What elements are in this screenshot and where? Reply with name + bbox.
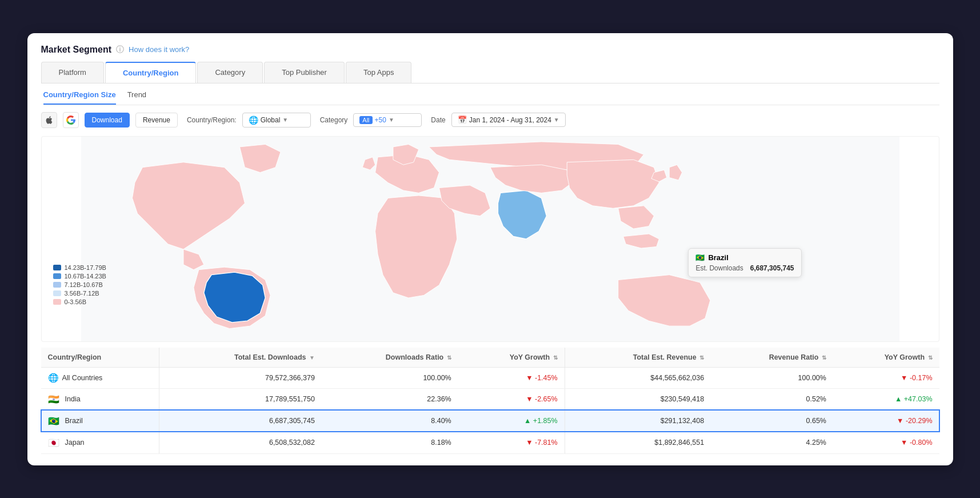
yoy-growth-rev-cell: ▼ -0.80% <box>833 432 939 453</box>
country-flag: 🇧🇷 <box>48 416 59 427</box>
sub-tab-trend[interactable]: Trend <box>127 90 146 105</box>
col-revenue-ratio[interactable]: Revenue Ratio ⇅ <box>711 348 833 368</box>
card-header: Market Segment ⓘ How does it work? <box>41 45 939 55</box>
col-total-downloads[interactable]: Total Est. Downloads ▼ <box>159 348 322 368</box>
sort-rev-ratio-icon: ⇅ <box>822 354 826 361</box>
country-chevron-icon: ▼ <box>282 117 288 123</box>
downloads-ratio-cell: 8.40% <box>322 410 458 432</box>
total-revenue-cell: $230,549,418 <box>565 388 711 410</box>
col-total-revenue[interactable]: Total Est. Revenue ⇅ <box>565 348 711 368</box>
map-legend: 14.23B-17.79B 10.67B-14.23B 7.12B-10.67B… <box>53 264 106 307</box>
tooltip-country-name: 🇧🇷 Brazil <box>695 253 794 262</box>
category-all-badge: All <box>359 116 372 124</box>
total-revenue-cell: $291,132,408 <box>565 410 711 432</box>
main-tabs: Platform Country/Region Category Top Pub… <box>41 62 939 83</box>
table-row[interactable]: 🇮🇳India 17,789,551,750 22.36% ▼ -2.65% $… <box>41 388 939 410</box>
sort-yoy-dl-icon: ⇅ <box>553 354 558 361</box>
google-platform-btn[interactable] <box>63 112 79 128</box>
table-header-row: Country/Region Total Est. Downloads ▼ Do… <box>41 348 939 368</box>
total-downloads-cell: 6,687,305,745 <box>159 410 322 432</box>
date-filter-label: Date <box>431 116 445 124</box>
yoy-growth-dl-cell: ▼ -1.45% <box>458 367 565 388</box>
yoy-growth-rev-cell: ▲ +47.03% <box>833 388 939 410</box>
map-tooltip: 🇧🇷 Brazil Est. Downloads 6,687,305,745 <box>688 248 801 277</box>
total-revenue-cell: $44,565,662,036 <box>565 367 711 388</box>
sort-yoy-rev-icon: ⇅ <box>928 354 933 361</box>
page-title: Market Segment <box>41 45 112 55</box>
col-downloads-ratio[interactable]: Downloads Ratio ⇅ <box>322 348 458 368</box>
download-metric-btn[interactable]: Download <box>85 113 130 128</box>
total-downloads-cell: 79,572,366,379 <box>159 367 322 388</box>
date-chevron-icon: ▼ <box>554 117 559 123</box>
sort-revenue-icon: ⇅ <box>699 354 704 361</box>
table-row[interactable]: 🌐All Countries 79,572,366,379 100.00% ▼ … <box>41 367 939 388</box>
filters-row: Download Revenue Country/Region: 🌐 Globa… <box>41 112 939 128</box>
market-segment-card: Market Segment ⓘ How does it work? Platf… <box>27 33 953 465</box>
revenue-ratio-cell: 0.65% <box>711 410 833 432</box>
col-yoy-growth-rev[interactable]: YoY Growth ⇅ <box>833 348 939 368</box>
globe-icon: 🌐 <box>48 373 59 383</box>
total-downloads-cell: 6,508,532,082 <box>159 432 322 453</box>
country-cell: 🇯🇵Japan <box>41 432 159 453</box>
category-chevron-icon: ▼ <box>389 117 394 123</box>
legend-item-2: 10.67B-14.23B <box>53 273 106 280</box>
category-filter-select[interactable]: All +50 ▼ <box>353 113 422 127</box>
total-downloads-cell: 17,789,551,750 <box>159 388 322 410</box>
legend-item-3: 7.12B-10.67B <box>53 281 106 288</box>
yoy-growth-dl-cell: ▼ -7.81% <box>458 432 565 453</box>
legend-item-4: 3.56B-7.12B <box>53 290 106 297</box>
how-does-it-work-link[interactable]: How does it work? <box>129 45 189 54</box>
country-flag: 🇮🇳 <box>48 394 59 405</box>
sort-ratio-icon: ⇅ <box>447 354 451 361</box>
country-cell: 🇮🇳India <box>41 388 159 410</box>
tab-platform[interactable]: Platform <box>41 62 104 83</box>
tab-category[interactable]: Category <box>197 62 263 83</box>
downloads-ratio-cell: 100.00% <box>322 367 458 388</box>
date-filter-select[interactable]: 📅 Jan 1, 2024 - Aug 31, 2024 ▼ <box>451 113 566 127</box>
tooltip-downloads-row: Est. Downloads 6,687,305,745 <box>695 264 794 272</box>
table-row[interactable]: 🇯🇵Japan 6,508,532,082 8.18% ▼ -7.81% $1,… <box>41 432 939 453</box>
table-row[interactable]: 🇧🇷Brazil 6,687,305,745 8.40% ▲ +1.85% $2… <box>41 410 939 432</box>
col-country: Country/Region <box>41 348 159 368</box>
tab-top-publisher[interactable]: Top Publisher <box>264 62 345 83</box>
map-container[interactable]: 14.23B-17.79B 10.67B-14.23B 7.12B-10.67B… <box>41 136 939 342</box>
info-icon[interactable]: ⓘ <box>116 45 124 55</box>
sub-tab-size[interactable]: Country/Region Size <box>43 90 116 105</box>
col-yoy-growth-dl[interactable]: YoY Growth ⇅ <box>458 348 565 368</box>
country-filter-label: Country/Region: <box>187 116 237 124</box>
data-table: Country/Region Total Est. Downloads ▼ Do… <box>41 348 939 454</box>
total-revenue-cell: $1,892,846,551 <box>565 432 711 453</box>
yoy-growth-dl-cell: ▼ -2.65% <box>458 388 565 410</box>
apple-platform-btn[interactable] <box>41 112 57 128</box>
country-filter-select[interactable]: 🌐 Global ▼ <box>242 113 311 128</box>
sub-tabs: Country/Region Size Trend <box>43 90 939 105</box>
sort-downloads-icon: ▼ <box>309 354 315 361</box>
category-filter-label: Category <box>320 116 348 124</box>
yoy-growth-rev-cell: ▼ -0.17% <box>833 367 939 388</box>
revenue-ratio-cell: 100.00% <box>711 367 833 388</box>
revenue-ratio-cell: 4.25% <box>711 432 833 453</box>
tab-country-region[interactable]: Country/Region <box>105 62 197 83</box>
downloads-ratio-cell: 8.18% <box>322 432 458 453</box>
revenue-metric-btn[interactable]: Revenue <box>135 113 178 128</box>
tab-top-apps[interactable]: Top Apps <box>346 62 412 83</box>
country-flag: 🇯🇵 <box>48 437 59 448</box>
legend-item-1: 14.23B-17.79B <box>53 264 106 271</box>
legend-item-5: 0-3.56B <box>53 298 106 305</box>
revenue-ratio-cell: 0.52% <box>711 388 833 410</box>
downloads-ratio-cell: 22.36% <box>322 388 458 410</box>
country-cell: 🌐All Countries <box>41 367 159 388</box>
yoy-growth-rev-cell: ▼ -20.29% <box>833 410 939 432</box>
yoy-growth-dl-cell: ▲ +1.85% <box>458 410 565 432</box>
country-cell: 🇧🇷Brazil <box>41 410 159 432</box>
